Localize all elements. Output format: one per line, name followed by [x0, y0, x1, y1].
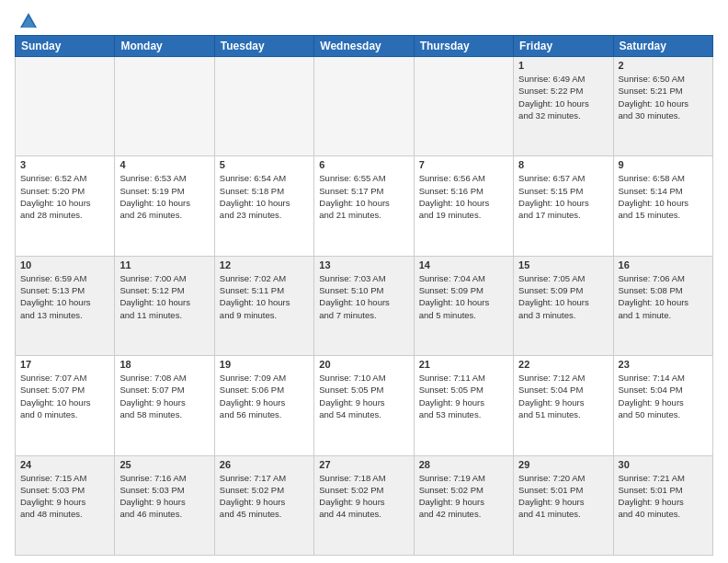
calendar-day-cell: 16Sunrise: 7:06 AM Sunset: 5:08 PM Dayli…: [613, 256, 712, 355]
calendar-day-cell: 15Sunrise: 7:05 AM Sunset: 5:09 PM Dayli…: [514, 256, 613, 355]
day-info: Sunrise: 7:09 AM Sunset: 5:06 PM Dayligh…: [220, 372, 309, 420]
day-info: Sunrise: 6:57 AM Sunset: 5:15 PM Dayligh…: [518, 172, 608, 221]
calendar-day-cell: 20Sunrise: 7:10 AM Sunset: 5:05 PM Dayli…: [314, 356, 414, 455]
calendar-week-row: 24Sunrise: 7:15 AM Sunset: 5:03 PM Dayli…: [16, 455, 713, 555]
day-number: 13: [319, 259, 408, 270]
day-info: Sunrise: 7:07 AM Sunset: 5:07 PM Dayligh…: [20, 372, 109, 420]
weekday-header: Monday: [115, 36, 214, 57]
day-info: Sunrise: 7:20 AM Sunset: 5:01 PM Dayligh…: [518, 472, 608, 521]
day-number: 15: [518, 259, 608, 270]
calendar-day-cell: 9Sunrise: 6:58 AM Sunset: 5:14 PM Daylig…: [613, 156, 712, 256]
calendar-day-cell: 25Sunrise: 7:16 AM Sunset: 5:03 PM Dayli…: [115, 455, 214, 555]
day-info: Sunrise: 7:12 AM Sunset: 5:04 PM Dayligh…: [518, 372, 608, 420]
day-number: 16: [619, 259, 708, 270]
day-number: 7: [419, 159, 508, 170]
day-number: 27: [319, 459, 408, 470]
day-number: 29: [518, 459, 608, 470]
calendar-day-cell: 18Sunrise: 7:08 AM Sunset: 5:07 PM Dayli…: [115, 356, 214, 455]
calendar-day-cell: 12Sunrise: 7:02 AM Sunset: 5:11 PM Dayli…: [214, 256, 313, 355]
day-info: Sunrise: 7:19 AM Sunset: 5:02 PM Dayligh…: [419, 472, 508, 521]
calendar-table: SundayMondayTuesdayWednesdayThursdayFrid…: [15, 35, 713, 556]
weekday-header: Friday: [514, 36, 613, 57]
calendar-day-cell: [414, 57, 513, 156]
day-info: Sunrise: 7:10 AM Sunset: 5:05 PM Dayligh…: [319, 372, 408, 420]
day-number: 4: [119, 159, 209, 170]
calendar-day-cell: 30Sunrise: 7:21 AM Sunset: 5:01 PM Dayli…: [613, 455, 712, 555]
day-info: Sunrise: 7:18 AM Sunset: 5:02 PM Dayligh…: [319, 472, 408, 521]
day-info: Sunrise: 7:14 AM Sunset: 5:04 PM Dayligh…: [619, 372, 708, 420]
calendar-week-row: 3Sunrise: 6:52 AM Sunset: 5:20 PM Daylig…: [16, 156, 713, 256]
day-number: 5: [220, 159, 309, 170]
logo: [15, 11, 39, 28]
calendar-week-row: 1Sunrise: 6:49 AM Sunset: 5:22 PM Daylig…: [16, 57, 713, 156]
day-number: 6: [319, 159, 408, 170]
calendar-day-cell: 21Sunrise: 7:11 AM Sunset: 5:05 PM Dayli…: [414, 356, 513, 455]
day-number: 23: [619, 359, 708, 370]
calendar-day-cell: [314, 57, 414, 156]
calendar-day-cell: 22Sunrise: 7:12 AM Sunset: 5:04 PM Dayli…: [514, 356, 613, 455]
calendar-day-cell: 6Sunrise: 6:55 AM Sunset: 5:17 PM Daylig…: [314, 156, 414, 256]
day-info: Sunrise: 6:59 AM Sunset: 5:13 PM Dayligh…: [20, 272, 109, 321]
calendar-day-cell: 1Sunrise: 6:49 AM Sunset: 5:22 PM Daylig…: [514, 57, 613, 156]
day-info: Sunrise: 7:06 AM Sunset: 5:08 PM Dayligh…: [619, 272, 708, 321]
calendar-day-cell: 13Sunrise: 7:03 AM Sunset: 5:10 PM Dayli…: [314, 256, 414, 355]
day-number: 26: [220, 459, 309, 470]
calendar-day-cell: 8Sunrise: 6:57 AM Sunset: 5:15 PM Daylig…: [514, 156, 613, 256]
calendar-day-cell: 14Sunrise: 7:04 AM Sunset: 5:09 PM Dayli…: [414, 256, 513, 355]
calendar-day-cell: 27Sunrise: 7:18 AM Sunset: 5:02 PM Dayli…: [314, 455, 414, 555]
weekday-header: Saturday: [613, 36, 712, 57]
day-info: Sunrise: 6:50 AM Sunset: 5:21 PM Dayligh…: [619, 73, 708, 121]
day-number: 9: [619, 159, 708, 170]
calendar-day-cell: 28Sunrise: 7:19 AM Sunset: 5:02 PM Dayli…: [414, 455, 513, 555]
calendar-day-cell: 24Sunrise: 7:15 AM Sunset: 5:03 PM Dayli…: [16, 455, 115, 555]
day-number: 24: [20, 459, 109, 470]
calendar-day-cell: 4Sunrise: 6:53 AM Sunset: 5:19 PM Daylig…: [115, 156, 214, 256]
day-number: 17: [20, 359, 109, 370]
calendar-week-row: 17Sunrise: 7:07 AM Sunset: 5:07 PM Dayli…: [16, 356, 713, 455]
day-info: Sunrise: 7:08 AM Sunset: 5:07 PM Dayligh…: [119, 372, 209, 420]
logo-icon: [18, 11, 39, 31]
day-info: Sunrise: 7:04 AM Sunset: 5:09 PM Dayligh…: [419, 272, 508, 321]
day-number: 30: [619, 459, 708, 470]
day-info: Sunrise: 7:03 AM Sunset: 5:10 PM Dayligh…: [319, 272, 408, 321]
day-number: 18: [119, 359, 209, 370]
weekday-header: Wednesday: [314, 36, 414, 57]
day-info: Sunrise: 7:02 AM Sunset: 5:11 PM Dayligh…: [220, 272, 309, 321]
day-info: Sunrise: 6:55 AM Sunset: 5:17 PM Dayligh…: [319, 172, 408, 221]
calendar-day-cell: 7Sunrise: 6:56 AM Sunset: 5:16 PM Daylig…: [414, 156, 513, 256]
day-number: 19: [220, 359, 309, 370]
day-number: 14: [419, 259, 508, 270]
calendar-day-cell: 26Sunrise: 7:17 AM Sunset: 5:02 PM Dayli…: [214, 455, 313, 555]
calendar-day-cell: 3Sunrise: 6:52 AM Sunset: 5:20 PM Daylig…: [16, 156, 115, 256]
day-number: 21: [419, 359, 508, 370]
calendar-day-cell: 29Sunrise: 7:20 AM Sunset: 5:01 PM Dayli…: [514, 455, 613, 555]
calendar-day-cell: [16, 57, 115, 156]
header: [15, 11, 713, 28]
day-info: Sunrise: 7:21 AM Sunset: 5:01 PM Dayligh…: [619, 472, 708, 521]
calendar-day-cell: 23Sunrise: 7:14 AM Sunset: 5:04 PM Dayli…: [613, 356, 712, 455]
calendar-week-row: 10Sunrise: 6:59 AM Sunset: 5:13 PM Dayli…: [16, 256, 713, 355]
day-number: 3: [20, 159, 109, 170]
day-number: 20: [319, 359, 408, 370]
day-number: 2: [619, 60, 708, 71]
page-container: SundayMondayTuesdayWednesdayThursdayFrid…: [0, 0, 728, 563]
day-info: Sunrise: 6:49 AM Sunset: 5:22 PM Dayligh…: [518, 73, 608, 121]
day-number: 11: [119, 259, 209, 270]
day-info: Sunrise: 6:54 AM Sunset: 5:18 PM Dayligh…: [220, 172, 309, 221]
day-info: Sunrise: 7:16 AM Sunset: 5:03 PM Dayligh…: [119, 472, 209, 521]
calendar-day-cell: 10Sunrise: 6:59 AM Sunset: 5:13 PM Dayli…: [16, 256, 115, 355]
day-number: 8: [518, 159, 608, 170]
day-info: Sunrise: 6:58 AM Sunset: 5:14 PM Dayligh…: [619, 172, 708, 221]
day-info: Sunrise: 7:11 AM Sunset: 5:05 PM Dayligh…: [419, 372, 508, 420]
calendar-day-cell: 17Sunrise: 7:07 AM Sunset: 5:07 PM Dayli…: [16, 356, 115, 455]
calendar-header-row: SundayMondayTuesdayWednesdayThursdayFrid…: [16, 36, 713, 57]
day-info: Sunrise: 7:05 AM Sunset: 5:09 PM Dayligh…: [518, 272, 608, 321]
day-info: Sunrise: 6:56 AM Sunset: 5:16 PM Dayligh…: [419, 172, 508, 221]
day-number: 28: [419, 459, 508, 470]
calendar-day-cell: 5Sunrise: 6:54 AM Sunset: 5:18 PM Daylig…: [214, 156, 313, 256]
weekday-header: Thursday: [414, 36, 513, 57]
calendar-day-cell: 2Sunrise: 6:50 AM Sunset: 5:21 PM Daylig…: [613, 57, 712, 156]
weekday-header: Sunday: [16, 36, 115, 57]
calendar-day-cell: [115, 57, 214, 156]
calendar-day-cell: 11Sunrise: 7:00 AM Sunset: 5:12 PM Dayli…: [115, 256, 214, 355]
